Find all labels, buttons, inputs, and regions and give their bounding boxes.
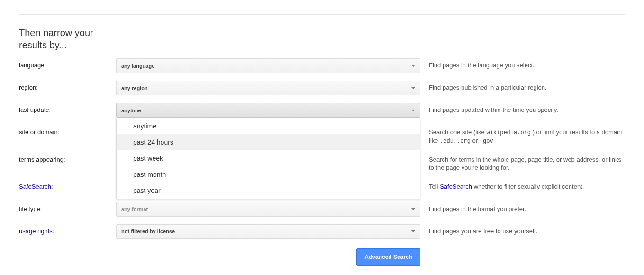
dropdown-filetype[interactable]: any format <box>116 202 420 217</box>
menu-item-past-year[interactable]: past year <box>117 183 420 199</box>
dropdown-usage[interactable]: not filtered by license <box>116 224 420 239</box>
usage-rights-link[interactable]: usage rights <box>19 228 53 235</box>
safesearch-link[interactable]: SafeSearch <box>19 183 51 190</box>
chevron-down-icon <box>411 65 415 67</box>
code-edu: .edu <box>440 138 454 145</box>
hint-last-update: Find pages updated within the time you s… <box>420 103 625 114</box>
hint-region: Find pages published in a particular reg… <box>420 81 625 92</box>
label-safesearch: SafeSearch: <box>19 180 116 190</box>
hint-site: Search one site (like wikipedia.org ) or… <box>420 125 625 145</box>
label-terms: terms appearing: <box>19 153 116 163</box>
button-row: Advanced Search <box>19 248 625 266</box>
row-region: region: any region Find pages published … <box>19 81 625 95</box>
dropdown-language[interactable]: any language <box>116 58 420 73</box>
menu-item-anytime[interactable]: anytime <box>117 118 420 134</box>
label-language: language: <box>19 58 116 69</box>
chevron-down-icon <box>411 110 415 111</box>
row-last-update: last update: anytime anytime past 24 hou… <box>19 103 625 118</box>
dropdown-region[interactable]: any region <box>116 81 420 95</box>
dropdown-region-value: any region <box>121 85 148 91</box>
hint-usage: Find pages you are free to use yourself. <box>420 224 625 236</box>
dropdown-last-update-value: anytime <box>121 108 141 113</box>
section-heading: Then narrow your results by... <box>19 27 114 51</box>
dropdown-language-value: any language <box>121 63 154 69</box>
code-wikipedia: wikipedia.org <box>486 129 531 136</box>
hint-terms: Search for terms in the whole page, page… <box>420 153 625 172</box>
chevron-down-icon <box>411 208 415 210</box>
menu-item-past-week[interactable]: past week <box>117 150 420 166</box>
label-site: site or domain: <box>19 125 116 136</box>
safesearch-hint-link[interactable]: SafeSearch <box>440 183 472 190</box>
hint-language: Find pages in the language you select. <box>420 58 625 70</box>
divider-top <box>19 14 625 15</box>
chevron-down-icon <box>411 230 415 232</box>
code-gov: .gov <box>480 138 493 145</box>
dropdown-last-update[interactable]: anytime <box>116 103 420 118</box>
row-language: language: any language Find pages in the… <box>19 58 625 73</box>
row-usage: usage rights: not filtered by license Fi… <box>19 224 625 239</box>
dropdown-usage-value: not filtered by license <box>121 229 175 234</box>
menu-item-past-24-hours[interactable]: past 24 hours <box>117 134 420 150</box>
label-filetype: file type: <box>19 202 116 212</box>
dropdown-filetype-value: any format <box>121 206 148 212</box>
menu-item-past-month[interactable]: past month <box>117 166 420 183</box>
label-region: region: <box>19 81 116 91</box>
menu-last-update: anytime past 24 hours past week past mon… <box>116 118 420 199</box>
label-usage: usage rights: <box>19 224 116 235</box>
advanced-search-button[interactable]: Advanced Search <box>356 248 420 266</box>
label-last-update: last update: <box>19 103 116 113</box>
code-org: .org <box>457 138 471 145</box>
hint-filetype: Find pages in the format you prefer. <box>420 202 625 213</box>
row-filetype: file type: any format Find pages in the … <box>19 202 625 217</box>
hint-safesearch: Tell SafeSearch whether to filter sexual… <box>420 180 625 191</box>
chevron-down-icon <box>411 87 415 89</box>
